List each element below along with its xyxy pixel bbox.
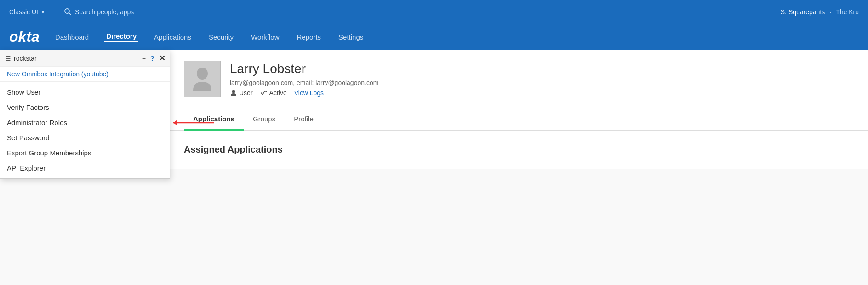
- tab-groups[interactable]: Groups: [244, 108, 285, 131]
- menu-items: Show User Verify Factors Administrator R…: [0, 82, 170, 178]
- chevron-down-icon: ▼: [40, 9, 46, 15]
- omnibox-link[interactable]: New Omnibox Integration (youtube): [0, 67, 170, 82]
- menu-administrator-roles[interactable]: Administrator Roles: [0, 115, 170, 130]
- window-title-bar: ☰ rockstar − ? ✕: [0, 50, 170, 67]
- user-profile: Larry Lobster larry@goolagoon.com, email…: [170, 50, 868, 108]
- top-bar: Classic UI ▼ Search people, apps S. Squa…: [0, 0, 868, 24]
- status-badge: Active: [260, 89, 287, 97]
- menu-api-explorer[interactable]: API Explorer: [0, 160, 170, 176]
- red-arrow-icon: [173, 118, 215, 128]
- window-controls: − ? ✕: [142, 54, 165, 63]
- classic-ui-label: Classic UI: [9, 8, 38, 16]
- top-bar-right: S. Squarepants · The Kru: [781, 8, 859, 16]
- main-nav: Dashboard Directory Applications Securit…: [53, 32, 365, 42]
- svg-marker-3: [173, 120, 177, 125]
- okta-logo: okta: [9, 28, 40, 46]
- svg-point-5: [232, 90, 235, 93]
- user-role: User: [230, 89, 253, 97]
- tabs-section: Applications Groups Profile: [170, 108, 868, 131]
- content-area: ☰ rockstar − ? ✕ New Omnibox Integration…: [0, 50, 868, 169]
- krusty-label: The Kru: [836, 8, 859, 16]
- hamburger-icon: ☰: [5, 55, 11, 62]
- search-placeholder: Search people, apps: [75, 8, 134, 16]
- nav-dashboard[interactable]: Dashboard: [53, 33, 91, 41]
- user-meta: User Active View Logs: [230, 89, 378, 97]
- window-title: rockstar: [14, 55, 142, 62]
- nav-workflow[interactable]: Workflow: [249, 33, 281, 41]
- top-user-name: S. Squarepants: [781, 8, 825, 16]
- nav-security[interactable]: Security: [207, 33, 235, 41]
- top-bar-left: Classic UI ▼ Search people, apps: [9, 8, 134, 17]
- avatar: [184, 61, 221, 97]
- nav-bar: okta Dashboard Directory Applications Se…: [0, 24, 868, 50]
- menu-verify-factors[interactable]: Verify Factors: [0, 100, 170, 115]
- tab-profile[interactable]: Profile: [285, 108, 323, 131]
- header: Classic UI ▼ Search people, apps S. Squa…: [0, 0, 868, 50]
- menu-show-user[interactable]: Show User: [0, 85, 170, 100]
- menu-export-group-memberships[interactable]: Export Group Memberships: [0, 145, 170, 160]
- page-wrapper: Classic UI ▼ Search people, apps S. Squa…: [0, 0, 868, 285]
- search-area[interactable]: Search people, apps: [64, 8, 134, 17]
- minimize-button[interactable]: −: [142, 55, 146, 62]
- svg-point-4: [197, 68, 208, 80]
- svg-line-1: [69, 13, 71, 15]
- separator: ·: [829, 8, 831, 16]
- user-email: larry@goolagoon.com, email: larry@goolag…: [230, 79, 378, 86]
- nav-settings[interactable]: Settings: [337, 33, 365, 41]
- help-button[interactable]: ?: [150, 54, 154, 62]
- nav-applications[interactable]: Applications: [152, 33, 193, 41]
- user-full-name: Larry Lobster: [230, 62, 378, 76]
- nav-directory[interactable]: Directory: [104, 32, 138, 42]
- section-title: Assigned Applications: [184, 144, 854, 155]
- menu-set-password[interactable]: Set Password: [0, 130, 170, 145]
- user-info: Larry Lobster larry@goolagoon.com, email…: [230, 62, 378, 97]
- view-logs-link[interactable]: View Logs: [294, 89, 324, 97]
- close-button[interactable]: ✕: [159, 54, 165, 63]
- classic-ui-button[interactable]: Classic UI ▼: [9, 8, 46, 16]
- search-icon: [64, 8, 71, 17]
- floating-window: ☰ rockstar − ? ✕ New Omnibox Integration…: [0, 50, 170, 179]
- main-content: Assigned Applications: [170, 131, 868, 169]
- nav-reports[interactable]: Reports: [295, 33, 323, 41]
